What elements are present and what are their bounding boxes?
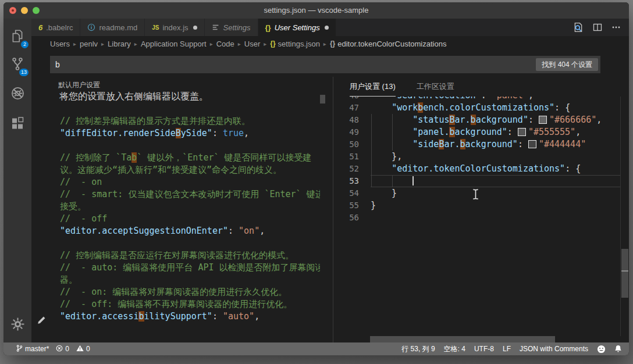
left-scrollbar-thumb[interactable] — [320, 95, 325, 104]
edit-pencil-icon[interactable] — [37, 316, 45, 327]
code-line[interactable]: 接受。 — [60, 201, 320, 213]
tab-indexjs[interactable]: JS index.js — [145, 19, 204, 36]
code-line[interactable]: // - on: 编辑器将对屏幕阅读器的使用进行永久优化。 — [60, 286, 320, 298]
extensions-button[interactable] — [3, 112, 31, 137]
code-line[interactable]: // - off — [60, 213, 320, 225]
breadcrumb-item[interactable]: Library — [108, 40, 131, 48]
feedback-smiley-icon[interactable] — [597, 345, 606, 354]
tab-user-settings[interactable]: {} User Settings — [258, 19, 336, 36]
code-line[interactable]: 48 "statusBar.background": "#666666", — [333, 114, 621, 126]
color-swatch[interactable] — [539, 116, 547, 124]
code-line[interactable]: // - smart: 仅当建议包含文本改动时才可使用 `Enter` 键进行 — [60, 188, 320, 201]
code-line[interactable] — [60, 237, 320, 249]
code-line[interactable]: 51 }, — [333, 151, 621, 163]
code-token: "editor.acceptSuggestionOnEnter" — [60, 226, 228, 236]
color-swatch[interactable] — [528, 140, 536, 148]
split-editor-icon[interactable] — [593, 23, 602, 32]
code-token: } — [371, 200, 376, 210]
default-settings-code[interactable]: // 控制差异编辑器的显示方式是并排还是内联。"diffEditor.rende… — [60, 115, 320, 342]
cursor-overview-marker — [621, 270, 628, 272]
minimize-button[interactable] — [21, 7, 28, 14]
more-actions-icon[interactable] — [611, 23, 621, 32]
source-control-button[interactable]: 13 — [3, 52, 31, 78]
code-line[interactable]: 52 "editor.tokenColorCustomizations": { — [333, 163, 621, 175]
code-line[interactable]: // 控制除了 `Tab` 键以外，`Enter` 键是否同样可以接受建 — [60, 152, 320, 164]
breadcrumb-item[interactable]: editor.tokenColorCustomizations — [337, 40, 446, 48]
language-mode-status[interactable]: JSON with Comments — [520, 345, 588, 353]
line-number: 48 — [333, 114, 371, 126]
breadcrumb-item[interactable]: Application Support — [141, 40, 207, 48]
code-token: ` 键以外，`Enter` 键是否同样可以接受建 — [137, 152, 311, 163]
debug-button[interactable] — [3, 81, 31, 107]
code-line[interactable]: 55} — [333, 199, 621, 212]
titlebar[interactable]: settings.json — vscode-sample — [3, 2, 629, 19]
braces-icon: {} — [270, 40, 275, 48]
encoding-status[interactable]: UTF-8 — [474, 345, 494, 353]
breadcrumb-item[interactable]: settings.json — [278, 40, 320, 48]
vertical-scrollbar-thumb[interactable] — [621, 249, 628, 298]
code-line[interactable]: "editor.acceptSuggestionOnEnter": "on", — [60, 225, 320, 237]
tab-settings[interactable]: Settings — [205, 19, 258, 36]
manage-button[interactable] — [3, 312, 31, 338]
code-line[interactable]: // 控制差异编辑器的显示方式是并排还是内联。 — [60, 115, 320, 127]
js-icon: JS — [152, 24, 159, 31]
code-line[interactable]: 54 } — [333, 187, 621, 199]
line-number: 51 — [333, 151, 371, 163]
debug-icon — [10, 85, 26, 104]
chevron-right-icon: ▸ — [264, 41, 266, 47]
code-token: , — [596, 115, 602, 125]
code-token: "on" — [239, 226, 259, 236]
code-line[interactable]: // - on — [60, 176, 320, 188]
git-branch-status[interactable]: master* — [16, 344, 49, 354]
code-token: "panel. — [412, 127, 449, 137]
problems-status[interactable]: 0 0 — [56, 345, 90, 354]
horizontal-scrollbar[interactable] — [333, 336, 621, 342]
code-line[interactable]: 53 — [333, 175, 621, 187]
tab-workspace-settings-target[interactable]: 工作区设置 — [417, 77, 454, 97]
code-line[interactable]: 器。 — [60, 274, 320, 286]
code-token: b — [138, 311, 144, 322]
code-line[interactable]: 49 "panel.background": "#555555", — [333, 126, 621, 138]
tab-readme[interactable]: readme.md — [80, 19, 145, 36]
extensions-icon — [10, 116, 24, 133]
cursor-position-status[interactable]: 行 53, 列 9 — [401, 344, 435, 354]
settings-search-input[interactable]: b 找到 404 个设置 — [50, 56, 600, 73]
explorer-button[interactable]: 2 — [3, 24, 31, 50]
code-token: : — [481, 97, 492, 101]
breadcrumb-item[interactable]: penlv — [80, 40, 98, 48]
code-token: 议。这能减少“插入新行”和“接受建议”命令之间的歧义。 — [60, 165, 282, 175]
code-line[interactable]: // 控制编辑器是否应运行在对屏幕阅读器进行优化的模式。 — [60, 249, 320, 262]
code-token: { — [575, 163, 581, 174]
tab-bar: 6 .babelrc readme.md JS index.js — [31, 19, 629, 36]
code-line[interactable]: 56 — [333, 212, 621, 224]
code-line[interactable]: // - auto: 编辑器将使用平台 API 以检测是否附加了屏幕阅读 — [60, 262, 320, 274]
line-number: 55 — [333, 199, 371, 212]
babel-icon: 6 — [38, 23, 42, 32]
breadcrumb-item[interactable]: Code — [216, 40, 234, 48]
code-line[interactable]: 47 "workbench.colorCustomizations": { — [333, 102, 621, 114]
breadcrumb-item[interactable]: User — [244, 40, 260, 48]
eol-status[interactable]: LF — [503, 345, 511, 353]
tab-user-settings-target[interactable]: 用户设置 (13) — [350, 77, 396, 97]
code-line[interactable]: 50 "sideBar.background": "#444444" — [333, 138, 621, 151]
code-line[interactable]: // - off: 编辑器将不再对屏幕阅读器的使用进行优化。 — [60, 298, 320, 311]
horizontal-scrollbar-thumb[interactable] — [370, 336, 555, 342]
code-line[interactable]: "diffEditor.renderSideBySide": true, — [60, 127, 320, 140]
zoom-button[interactable] — [33, 7, 40, 14]
code-token: "side — [412, 139, 439, 149]
code-token: // - auto: 编辑器将使用平台 API 以检测是否附加了屏幕阅读 — [60, 262, 320, 273]
code-line[interactable]: "editor.accessibilitySupport": "auto", — [60, 311, 320, 323]
vertical-scrollbar[interactable] — [621, 97, 629, 336]
tab-babelrc[interactable]: 6 .babelrc — [31, 19, 80, 36]
close-button[interactable] — [9, 7, 16, 14]
breadcrumb-item[interactable]: Users — [50, 40, 70, 48]
code-line[interactable] — [60, 140, 320, 152]
user-settings-code[interactable]: 46 "search.location": "panel",47 "workbe… — [333, 97, 621, 336]
open-settings-icon[interactable] — [573, 22, 584, 33]
modified-dot — [193, 26, 197, 30]
color-swatch[interactable] — [518, 128, 526, 136]
code-line[interactable]: 46 "search.location": "panel", — [333, 97, 621, 102]
indentation-status[interactable]: 空格: 4 — [444, 344, 465, 354]
notifications-bell-icon[interactable] — [614, 345, 622, 353]
code-line[interactable]: 议。这能减少“插入新行”和“接受建议”命令之间的歧义。 — [60, 164, 320, 176]
